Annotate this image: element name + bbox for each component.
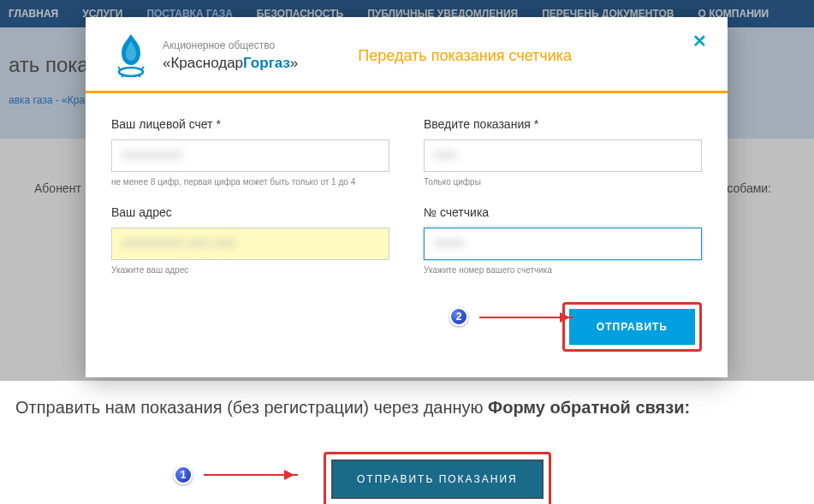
arrow-1 — [204, 474, 298, 476]
address-hint: Укажите ваш адрес — [111, 265, 389, 275]
reading-label: Введите показания * — [424, 117, 702, 131]
flame-logo-icon — [111, 33, 151, 79]
send-readings-wrapper: 1 ОТПРАВИТЬ ПОКАЗАНИЯ — [324, 452, 551, 504]
highlight-box-1: ОТПРАВИТЬ ПОКАЗАНИЯ — [324, 452, 551, 504]
instruction-text: Отправить нам показания (без регистрации… — [15, 398, 799, 418]
company-name: «КраснодарГоргаз» — [163, 55, 298, 72]
modal-footer: 2 ОТПРАВИТЬ — [111, 294, 702, 352]
arrow-2 — [479, 317, 573, 318]
modal-title: Передать показания счетчика — [358, 47, 572, 65]
meter-input[interactable] — [424, 228, 702, 260]
address-label: Ваш адрес — [111, 205, 389, 219]
step-badge-2: 2 — [449, 307, 468, 326]
readings-modal: Акционерное общество «КраснодарГоргаз» П… — [86, 17, 728, 377]
company-subtitle: Акционерное общество — [163, 39, 298, 51]
send-readings-button[interactable]: ОТПРАВИТЬ ПОКАЗАНИЯ — [331, 460, 544, 499]
reading-input[interactable] — [424, 139, 702, 172]
content-below-modal: Отправить нам показания (без регистрации… — [0, 381, 814, 504]
account-hint: не менее 8 цифр, первая цифра может быть… — [111, 177, 389, 187]
modal-header: Акционерное общество «КраснодарГоргаз» П… — [86, 17, 728, 91]
close-icon[interactable]: ✕ — [692, 31, 707, 51]
meter-hint: Укажите номер вашего счетчика — [424, 265, 702, 275]
reading-hint: Только цифры — [424, 177, 702, 187]
company-name-block: Акционерное общество «КраснодарГоргаз» — [163, 39, 298, 72]
highlight-box-2: ОТПРАВИТЬ — [562, 302, 702, 352]
divider — [86, 91, 728, 93]
step-badge-1: 1 — [174, 465, 193, 484]
meter-label: № счетчика — [424, 205, 702, 219]
submit-button[interactable]: ОТПРАВИТЬ — [569, 309, 695, 345]
account-label: Ваш лицевой счет * — [111, 117, 389, 131]
modal-body: Ваш лицевой счет * ######## не менее 8 ц… — [86, 117, 728, 377]
